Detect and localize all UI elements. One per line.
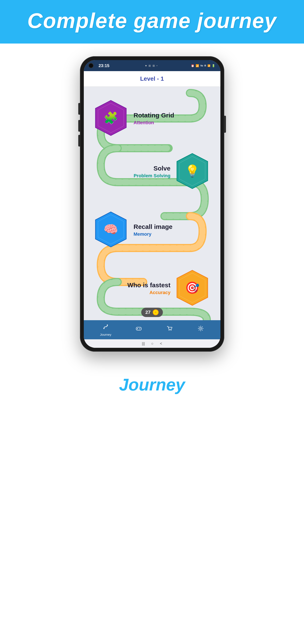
hexagon-1: 🧩 xyxy=(94,99,127,136)
game-name-3: Recall image xyxy=(134,223,172,230)
hex-container-4: 🎯 xyxy=(176,269,210,308)
nav-item-games[interactable] xyxy=(135,325,142,334)
game-items: 🧩 Rotating Grid Attention xyxy=(84,87,220,311)
game-name-2: Solve xyxy=(134,165,171,172)
status-time: 23:15 xyxy=(99,63,109,68)
settings-icon xyxy=(197,325,204,333)
hex-container-1: 🧩 xyxy=(94,99,128,138)
game-item-fastest[interactable]: 🎯 Who is fastest Accuracy xyxy=(84,252,220,311)
home-menu-icon: ||| xyxy=(142,342,145,346)
svg-point-15 xyxy=(169,330,170,330)
bottom-label-section: Journey xyxy=(0,368,304,399)
game-name-4: Who is fastest xyxy=(127,282,170,289)
game-category-1: Attention xyxy=(134,120,174,126)
nav-item-journey[interactable]: Journey xyxy=(100,324,111,336)
game-name-1: Rotating Grid xyxy=(134,112,174,119)
home-circle-icon: ○ xyxy=(151,342,154,346)
bottom-nav: Journey xyxy=(84,320,220,339)
score-value: 27 xyxy=(145,310,150,315)
hex-icon-1: 🧩 xyxy=(103,111,118,125)
game-info-1: Rotating Grid Attention xyxy=(128,112,180,126)
nav-item-store[interactable] xyxy=(166,325,173,334)
hexagon-2: 💡 xyxy=(176,152,209,190)
phone-outer: 23:15 ♥ ⊞ ⊞ • ⏰ 📶 Vo R 📶 🔋 Leve xyxy=(80,56,224,352)
camera-notch xyxy=(88,63,94,68)
hex-icon-3: 🧠 xyxy=(103,222,118,236)
header-title: Complete game journey xyxy=(27,8,277,33)
hex-container-2: 💡 xyxy=(176,152,210,191)
phone-screen: 23:15 ♥ ⊞ ⊞ • ⏰ 📶 Vo R 📶 🔋 Leve xyxy=(84,60,220,348)
svg-point-16 xyxy=(171,330,171,330)
hexagon-4: 🎯 xyxy=(176,269,209,306)
hex-container-3: 🧠 xyxy=(94,211,128,249)
journey-icon xyxy=(102,324,109,332)
game-item-rotating-grid[interactable]: 🧩 Rotating Grid Attention xyxy=(84,87,220,141)
svg-point-17 xyxy=(200,328,202,329)
hex-icon-4: 🎯 xyxy=(185,281,200,295)
svg-point-8 xyxy=(107,324,108,326)
home-indicator: ||| ○ < xyxy=(84,339,220,348)
hexagon-3: 🧠 xyxy=(94,211,127,248)
game-category-3: Memory xyxy=(134,232,172,237)
home-back-icon: < xyxy=(160,342,162,346)
hex-icon-2: 💡 xyxy=(185,164,200,178)
svg-point-9 xyxy=(103,328,105,329)
status-bar: 23:15 ♥ ⊞ ⊞ • ⏰ 📶 Vo R 📶 🔋 xyxy=(84,60,220,71)
coin-symbol: + xyxy=(155,310,157,314)
status-left-icons: ♥ ⊞ ⊞ • xyxy=(145,64,157,67)
nav-label-journey: Journey xyxy=(100,333,111,336)
nav-item-settings[interactable] xyxy=(197,325,204,334)
cart-icon xyxy=(166,325,173,333)
score-coin: + xyxy=(153,309,159,315)
header-banner: Complete game journey xyxy=(0,0,304,44)
bottom-label-text: Journey xyxy=(119,375,185,394)
game-info-2: Solve Problem Solving xyxy=(128,165,176,178)
gamepad-icon xyxy=(135,325,142,333)
game-category-2: Problem Solving xyxy=(134,173,171,178)
svg-point-14 xyxy=(139,329,140,329)
game-item-recall[interactable]: 🧠 Recall image Memory xyxy=(84,194,220,252)
score-badge: 27 + xyxy=(141,308,163,317)
svg-point-13 xyxy=(140,328,140,329)
status-icons: ⏰ 📶 Vo R 📶 🔋 xyxy=(191,64,215,67)
game-item-solve[interactable]: 💡 Solve Problem Solving xyxy=(84,141,220,194)
game-info-3: Recall image Memory xyxy=(128,223,178,237)
level-text: Level - 1 xyxy=(140,76,164,82)
phone-wrapper: 23:15 ♥ ⊞ ⊞ • ⏰ 📶 Vo R 📶 🔋 Leve xyxy=(0,44,304,368)
game-category-4: Accuracy xyxy=(127,290,170,295)
game-info-4: Who is fastest Accuracy xyxy=(122,282,176,295)
level-header: Level - 1 xyxy=(84,71,220,87)
journey-area: 🧩 Rotating Grid Attention xyxy=(84,87,220,320)
